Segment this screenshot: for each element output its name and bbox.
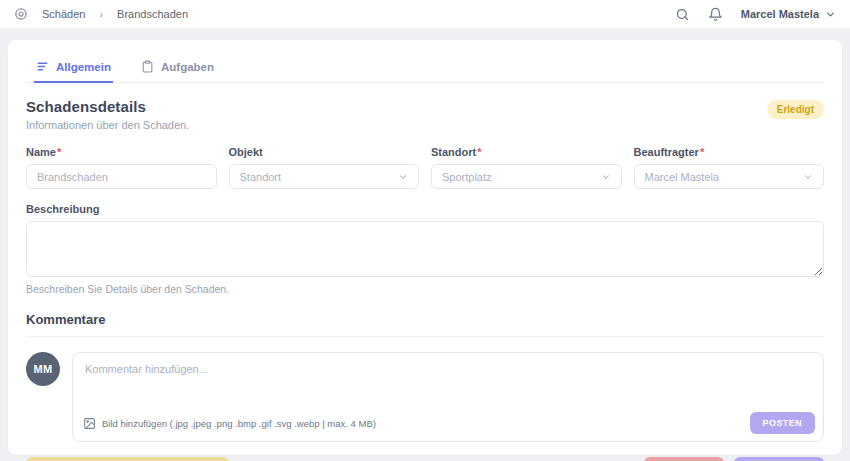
- damage-form-row: Name* Objekt Standort Standort* Sportpla…: [26, 146, 824, 189]
- footer-right-buttons: LÖSCHEN SPEICHERN: [644, 457, 824, 461]
- required-asterisk: *: [700, 146, 704, 158]
- damage-detail-card: Allgemein Aufgaben Schadensdetails Infor…: [8, 40, 842, 455]
- chevron-down-icon: [398, 172, 408, 182]
- page-title: Schadensdetails: [26, 98, 754, 115]
- required-asterisk: *: [57, 146, 61, 158]
- field-standort: Standort* Sportplatz: [431, 146, 622, 189]
- beauftragter-select[interactable]: Marcel Mastela: [634, 164, 825, 189]
- tab-aufgaben[interactable]: Aufgaben: [139, 54, 216, 83]
- attach-image-button[interactable]: Bild hinzufügen (.jpg .jpeg .png .bmp .g…: [83, 417, 376, 430]
- comment-box: Bild hinzufügen (.jpg .jpeg .png .bmp .g…: [72, 352, 824, 442]
- footer-actions: ALS GESCHLOSSEN MARKIEREN LÖSCHEN SPEICH…: [26, 457, 824, 461]
- clipboard-icon: [141, 60, 154, 73]
- name-input[interactable]: [26, 164, 217, 189]
- image-icon: [83, 417, 96, 430]
- post-comment-button[interactable]: POSTEN: [750, 412, 815, 434]
- save-button[interactable]: SPEICHERN: [734, 457, 824, 461]
- tab-allgemein[interactable]: Allgemein: [34, 54, 113, 83]
- beschreibung-helper: Beschreiben Sie Details über den Schaden…: [26, 283, 824, 295]
- comment-composer: MM Bild hinzufügen (.jpg .jpeg .png .bmp…: [26, 352, 824, 442]
- beauftragter-select-value: Marcel Mastela: [645, 171, 720, 183]
- beschreibung-label: Beschreibung: [26, 203, 824, 215]
- chevron-down-icon: [601, 172, 611, 182]
- tab-allgemein-label: Allgemein: [56, 61, 111, 73]
- breadcrumb-root[interactable]: Schäden: [42, 8, 85, 20]
- beschreibung-textarea[interactable]: [26, 221, 824, 277]
- topbar: Schäden › Brandschaden Marcel Mastela: [0, 0, 850, 28]
- objekt-select-value: Standort: [240, 171, 282, 183]
- breadcrumb: Schäden › Brandschaden: [14, 7, 188, 21]
- breadcrumb-separator-icon: ›: [99, 8, 103, 20]
- status-badge: Erledigt: [767, 100, 824, 119]
- chevron-down-icon: [803, 172, 813, 182]
- breadcrumb-current: Brandschaden: [117, 8, 188, 20]
- attach-image-hint: Bild hinzufügen (.jpg .jpeg .png .bmp .g…: [102, 418, 376, 429]
- tab-bar: Allgemein Aufgaben: [26, 52, 824, 83]
- field-beauftragter: Beauftragter* Marcel Mastela: [634, 146, 825, 189]
- schaeden-module-icon: [14, 7, 28, 21]
- notifications-bell-icon[interactable]: [708, 7, 723, 22]
- page-subtitle: Informationen über den Schaden.: [26, 119, 754, 131]
- name-label: Name*: [26, 146, 217, 158]
- comments-title: Kommentare: [26, 312, 824, 337]
- mark-closed-button[interactable]: ALS GESCHLOSSEN MARKIEREN: [26, 457, 229, 461]
- chevron-down-icon: [825, 9, 836, 20]
- standort-select-value: Sportplatz: [442, 171, 492, 183]
- standort-label: Standort*: [431, 146, 622, 158]
- section-header: Schadensdetails Informationen über den S…: [26, 98, 824, 131]
- list-icon: [36, 60, 49, 73]
- beauftragter-label: Beauftragter*: [634, 146, 825, 158]
- user-name: Marcel Mastela: [741, 8, 819, 20]
- required-asterisk: *: [477, 146, 481, 158]
- objekt-label: Objekt: [229, 146, 420, 158]
- comment-footer: Bild hinzufügen (.jpg .jpeg .png .bmp .g…: [83, 412, 815, 434]
- field-name: Name*: [26, 146, 217, 189]
- delete-button[interactable]: LÖSCHEN: [644, 457, 724, 461]
- search-icon[interactable]: [675, 7, 690, 22]
- field-objekt: Objekt Standort: [229, 146, 420, 189]
- topbar-actions: Marcel Mastela: [675, 7, 836, 22]
- comment-input[interactable]: [73, 353, 823, 405]
- standort-select[interactable]: Sportplatz: [431, 164, 622, 189]
- objekt-select[interactable]: Standort: [229, 164, 420, 189]
- description-block: Beschreibung Beschreiben Sie Details übe…: [26, 203, 824, 295]
- user-menu[interactable]: Marcel Mastela: [741, 8, 836, 20]
- tab-aufgaben-label: Aufgaben: [161, 61, 214, 73]
- avatar: MM: [26, 352, 60, 386]
